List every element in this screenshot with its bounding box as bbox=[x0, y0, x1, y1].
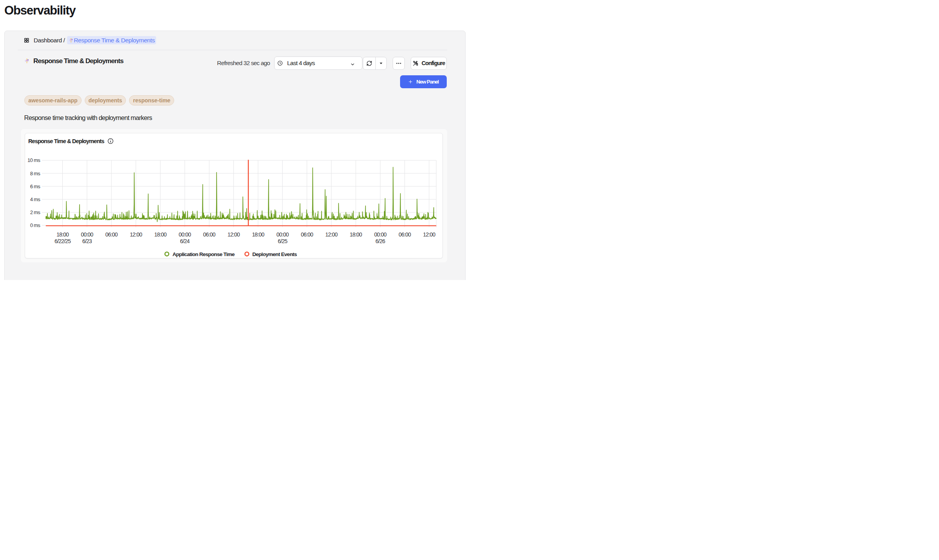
svg-text:6/26: 6/26 bbox=[376, 238, 386, 244]
svg-text:12:00: 12:00 bbox=[130, 231, 142, 238]
svg-text:6 ms: 6 ms bbox=[30, 184, 41, 189]
svg-text:00:00: 00:00 bbox=[179, 231, 191, 238]
svg-text:Response Time & Deployments: Response Time & Deployments bbox=[28, 138, 104, 144]
svg-text:8 ms: 8 ms bbox=[30, 171, 41, 176]
svg-text:06:00: 06:00 bbox=[301, 231, 313, 238]
svg-text:2 ms: 2 ms bbox=[30, 209, 41, 215]
svg-text:00:00: 00:00 bbox=[277, 231, 289, 238]
svg-text:10 ms: 10 ms bbox=[27, 157, 40, 163]
svg-text:6/25: 6/25 bbox=[278, 238, 288, 244]
svg-text:Application Response Time: Application Response Time bbox=[173, 251, 235, 257]
svg-text:6/22/25: 6/22/25 bbox=[55, 238, 71, 244]
svg-text:Deployment Events: Deployment Events bbox=[252, 251, 297, 257]
svg-text:06:00: 06:00 bbox=[203, 231, 216, 238]
svg-text:00:00: 00:00 bbox=[374, 231, 387, 238]
svg-text:0 ms: 0 ms bbox=[30, 222, 41, 228]
svg-text:00:00: 00:00 bbox=[81, 231, 94, 238]
svg-text:4 ms: 4 ms bbox=[30, 196, 41, 202]
svg-text:12:00: 12:00 bbox=[227, 231, 240, 238]
svg-text:18:00: 18:00 bbox=[350, 231, 362, 238]
svg-text:18:00: 18:00 bbox=[252, 231, 265, 238]
svg-text:12:00: 12:00 bbox=[423, 231, 436, 238]
svg-text:06:00: 06:00 bbox=[106, 231, 118, 238]
svg-text:6/24: 6/24 bbox=[180, 238, 190, 244]
svg-text:06:00: 06:00 bbox=[399, 231, 411, 238]
svg-text:18:00: 18:00 bbox=[56, 231, 69, 238]
svg-text:18:00: 18:00 bbox=[154, 231, 167, 238]
svg-text:6/23: 6/23 bbox=[82, 238, 92, 244]
svg-text:12:00: 12:00 bbox=[326, 231, 338, 238]
